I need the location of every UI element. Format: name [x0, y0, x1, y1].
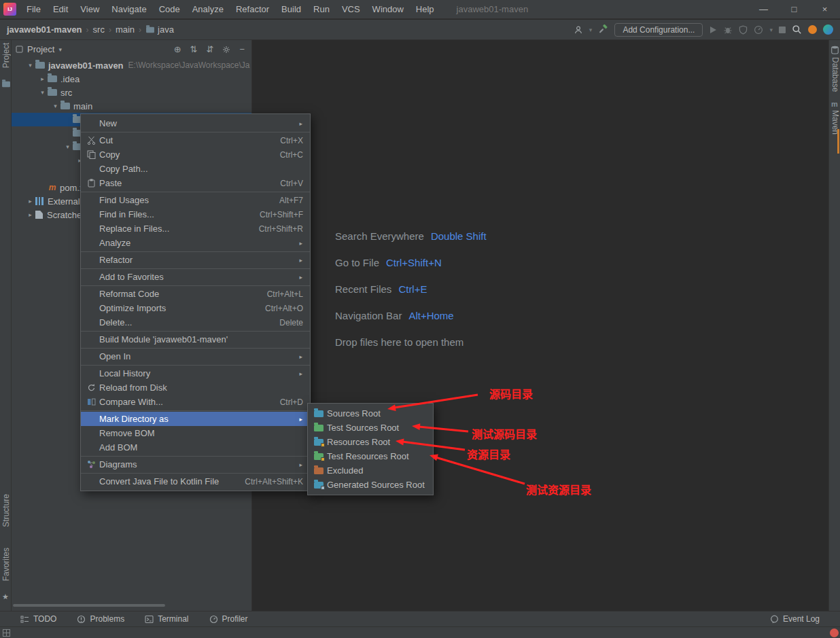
caret-right-icon[interactable]: ▸ [25, 211, 35, 218]
menu-item-diagrams[interactable]: Diagrams▸ [81, 457, 310, 472]
caret-down-icon[interactable]: ▾ [25, 62, 35, 69]
build-hammer-icon[interactable] [598, 24, 608, 35]
tree-row-main[interactable]: ▾ main [12, 99, 251, 113]
menu-analyze[interactable]: Analyze [186, 0, 230, 18]
stop-icon[interactable] [779, 26, 786, 33]
menu-item-find-usages[interactable]: Find UsagesAlt+F7 [81, 193, 310, 207]
locate-icon[interactable]: ⊕ [174, 44, 181, 54]
chevron-down-icon[interactable]: ▾ [589, 26, 593, 33]
menu-item-build-module[interactable]: Build Module 'javaweb01-maven' [81, 332, 310, 347]
menu-file[interactable]: File [20, 0, 47, 18]
profiler-gauge-icon[interactable] [754, 25, 763, 35]
menu-item-add-to-favorites[interactable]: Add to Favorites▸ [81, 270, 310, 284]
menu-label: Delete... [99, 317, 132, 327]
update-notification-icon[interactable] [808, 25, 817, 34]
menu-item-refactor[interactable]: Refactor▸ [81, 253, 310, 267]
close-button[interactable]: × [809, 0, 840, 18]
folder-icon [48, 75, 57, 82]
folder-icon[interactable] [2, 82, 10, 88]
horizontal-scrollbar[interactable] [13, 604, 165, 607]
menu-code[interactable]: Code [153, 0, 186, 18]
tool-tab-todo[interactable]: TODO [20, 614, 56, 624]
menu-item-mark-directory-as[interactable]: Mark Directory as▸ [81, 412, 310, 426]
tool-tab-structure[interactable]: Structure [1, 494, 11, 527]
menu-item-add-bom[interactable]: Add BOM [81, 440, 310, 455]
menu-window[interactable]: Window [366, 0, 410, 18]
chevron-down-icon[interactable]: ▾ [769, 26, 773, 33]
menu-refactor[interactable]: Refactor [230, 0, 275, 18]
fatal-error-indicator[interactable] [830, 628, 839, 637]
tool-tab-terminal[interactable]: Terminal [145, 614, 188, 624]
caret-down-icon[interactable]: ▾ [50, 103, 60, 109]
caret-right-icon[interactable]: ▸ [25, 198, 35, 205]
menu-item-new[interactable]: New▸ [81, 116, 310, 130]
menu-label: Find Usages [99, 195, 149, 205]
submenu-item-excluded[interactable]: Excluded [308, 463, 433, 478]
project-view-selector[interactable]: Project [27, 44, 54, 54]
tool-tab-database[interactable]: Database [830, 57, 840, 92]
menu-item-replace-in-files[interactable]: Replace in Files...Ctrl+Shift+R [81, 221, 310, 236]
submenu-item-sources-root[interactable]: Sources Root [308, 406, 433, 421]
menu-item-paste[interactable]: PasteCtrl+V [81, 176, 310, 190]
minimize-button[interactable]: — [748, 0, 779, 18]
tool-tab-project[interactable]: Project [1, 43, 11, 68]
menu-help[interactable]: Help [410, 0, 440, 18]
tree-row-idea[interactable]: ▸ .idea [12, 72, 251, 86]
menu-item-convert-to-kotlin[interactable]: Convert Java File to Kotlin FileCtrl+Alt… [81, 474, 310, 489]
menu-item-cut[interactable]: CutCtrl+X [81, 133, 310, 147]
menu-item-copy-path[interactable]: Copy Path... [81, 162, 310, 176]
breadcrumb-main[interactable]: main [116, 24, 135, 35]
star-icon[interactable]: ★ [2, 592, 9, 601]
breadcrumb-java[interactable]: java [158, 24, 174, 35]
tree-row-src[interactable]: ▾ src [12, 86, 251, 99]
submenu-item-test-sources-root[interactable]: Test Sources Root [308, 421, 433, 435]
menu-item-reload-from-disk[interactable]: Reload from Disk [81, 380, 310, 395]
gradient-profile-icon[interactable] [823, 24, 833, 35]
search-icon[interactable] [792, 24, 802, 35]
expand-all-icon[interactable]: ⇅ [190, 44, 198, 54]
caret-down-icon[interactable]: ▾ [63, 143, 73, 150]
submenu-item-resources-root[interactable]: Resources Root [308, 435, 433, 449]
submenu-arrow-icon: ▸ [290, 416, 303, 423]
menu-item-local-history[interactable]: Local History▸ [81, 366, 310, 380]
tool-tab-profiler[interactable]: Profiler [209, 614, 248, 624]
menu-item-remove-bom[interactable]: Remove BOM [81, 426, 310, 440]
debug-bug-icon[interactable] [723, 25, 733, 35]
toolwindow-switcher-icon[interactable] [3, 629, 10, 637]
breadcrumb-src[interactable]: src [93, 24, 105, 35]
submenu-item-test-resources-root[interactable]: Test Resources Root [308, 449, 433, 463]
menu-item-optimize-imports[interactable]: Optimize ImportsCtrl+Alt+O [81, 301, 310, 315]
collapse-all-icon[interactable]: ⇵ [207, 44, 214, 54]
caret-right-icon[interactable]: ▸ [37, 75, 48, 82]
menu-run[interactable]: Run [307, 0, 336, 18]
maximize-button[interactable]: □ [779, 0, 809, 18]
menu-build[interactable]: Build [275, 0, 307, 18]
menu-item-compare-with[interactable]: Compare With...Ctrl+D [81, 395, 310, 409]
maven-icon[interactable]: m [831, 100, 838, 108]
coverage-shield-icon[interactable] [739, 25, 748, 35]
menu-item-delete[interactable]: Delete...Delete [81, 315, 310, 330]
menu-item-open-in[interactable]: Open In▸ [81, 349, 310, 364]
hide-panel-icon[interactable]: − [239, 44, 245, 54]
menu-vcs[interactable]: VCS [336, 0, 366, 18]
menu-item-reformat-code[interactable]: Reformat CodeCtrl+Alt+L [81, 287, 310, 301]
tool-tab-event-log[interactable]: Event Log [770, 614, 830, 624]
menu-item-analyze[interactable]: Analyze▸ [81, 236, 310, 250]
menu-item-find-in-files[interactable]: Find in Files...Ctrl+Shift+F [81, 207, 310, 221]
menu-edit[interactable]: Edit [47, 0, 74, 18]
database-icon[interactable] [830, 46, 839, 54]
breadcrumb-project[interactable]: javaweb01-maven [7, 24, 82, 35]
tree-row-project-root[interactable]: ▾ javaweb01-maven E:\Workspace\JavaWorks… [12, 58, 251, 72]
tool-tab-favorites[interactable]: Favorites [1, 548, 11, 581]
menu-view[interactable]: View [74, 0, 105, 18]
chevron-down-icon[interactable]: ▾ [58, 46, 62, 53]
submenu-item-generated-sources-root[interactable]: Generated Sources Root [308, 478, 433, 492]
menu-navigate[interactable]: Navigate [105, 0, 152, 18]
run-icon[interactable] [709, 26, 717, 34]
add-configuration-button[interactable]: Add Configuration... [614, 23, 703, 37]
settings-gear-icon[interactable] [222, 46, 230, 54]
vcs-user-icon[interactable] [574, 25, 583, 35]
menu-item-copy[interactable]: CopyCtrl+C [81, 147, 310, 162]
caret-down-icon[interactable]: ▾ [37, 89, 48, 96]
tool-tab-problems[interactable]: Problems [77, 614, 124, 624]
